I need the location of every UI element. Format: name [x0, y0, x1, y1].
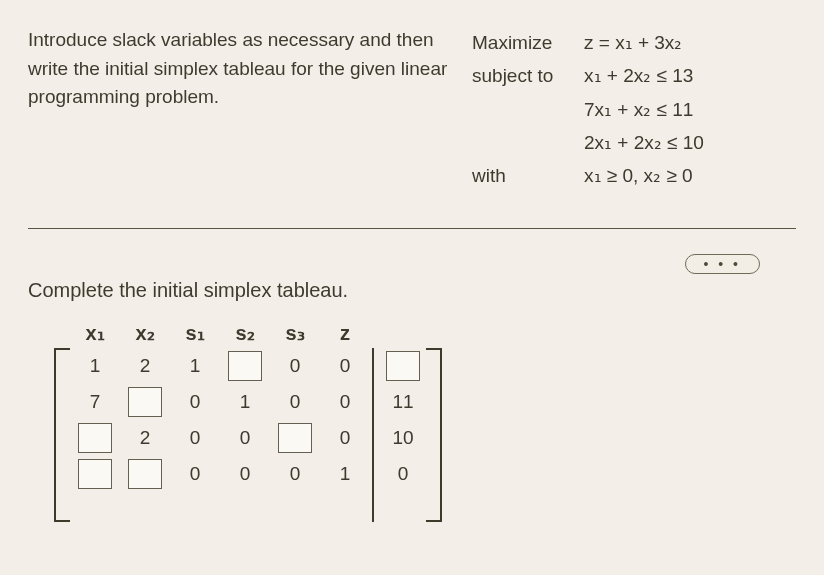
cell: 0: [170, 420, 220, 456]
cell: 0: [320, 384, 370, 420]
maximize-label: Maximize: [472, 26, 584, 59]
objective-fn: z = x₁ + 3x₂: [584, 26, 682, 59]
lp-problem: Maximize z = x₁ + 3x₂ subject to x₁ + 2x…: [472, 26, 796, 192]
cell: 1: [320, 456, 370, 492]
cell: 0: [270, 348, 320, 384]
constraint-1: x₁ + 2x₂ ≤ 13: [584, 59, 693, 92]
hdr-x2: x₂: [120, 318, 170, 348]
cell: 0: [220, 420, 270, 456]
hdr-x1: x₁: [70, 318, 120, 348]
more-button[interactable]: • • •: [685, 254, 760, 274]
table-row: 2 0 0 0: [70, 420, 370, 456]
tableau-prompt: Complete the initial simplex tableau.: [28, 279, 796, 302]
cell-input-r4x1[interactable]: [78, 459, 112, 489]
cell-input-r3s3[interactable]: [278, 423, 312, 453]
cell: 2: [120, 348, 170, 384]
constraint-3: 2x₁ + 2x₂ ≤ 10: [584, 126, 704, 159]
nonneg: x₁ ≥ 0, x₂ ≥ 0: [584, 159, 693, 192]
cell-input-r1s2[interactable]: [228, 351, 262, 381]
cell-input-r3x1[interactable]: [78, 423, 112, 453]
constraint-2: 7x₁ + x₂ ≤ 11: [584, 93, 693, 126]
cell: 0: [380, 456, 426, 492]
cell: 0: [320, 420, 370, 456]
cell: 2: [120, 420, 170, 456]
table-row: 7 0 1 0 0: [70, 384, 370, 420]
right-bracket: [426, 348, 442, 522]
table-row: 1 2 1 0 0: [70, 348, 370, 384]
section-divider: [28, 228, 796, 229]
cell: 0: [220, 456, 270, 492]
subject-to-label: subject to: [472, 59, 584, 92]
rhs-column: 11 10 0: [380, 318, 426, 492]
cell: 7: [70, 384, 120, 420]
hdr-s3: s₃: [270, 318, 320, 348]
cell: 0: [320, 348, 370, 384]
problem-intro: Introduce slack variables as necessary a…: [28, 26, 448, 192]
cell: 11: [380, 384, 426, 420]
left-bracket: [54, 348, 70, 522]
simplex-tableau: x₁ x₂ s₁ s₂ s₃ z 1 2 1 0 0 7 0 1 0 0 2 0: [28, 318, 796, 522]
table-row: 0 0 0 1: [70, 456, 370, 492]
cell: 0: [170, 384, 220, 420]
cell: 0: [170, 456, 220, 492]
cell: 0: [270, 384, 320, 420]
coeff-matrix: x₁ x₂ s₁ s₂ s₃ z 1 2 1 0 0 7 0 1 0 0 2 0: [70, 318, 370, 492]
hdr-s2: s₂: [220, 318, 270, 348]
cell: 1: [170, 348, 220, 384]
augment-bar: [372, 348, 374, 522]
cell-input-r2x2[interactable]: [128, 387, 162, 417]
with-label: with: [472, 159, 584, 192]
cell: 10: [380, 420, 426, 456]
cell: 1: [220, 384, 270, 420]
hdr-z: z: [320, 318, 370, 348]
cell-input-rhs1[interactable]: [386, 351, 420, 381]
cell-input-r4x2[interactable]: [128, 459, 162, 489]
cell: 1: [70, 348, 120, 384]
hdr-s1: s₁: [170, 318, 220, 348]
cell: 0: [270, 456, 320, 492]
